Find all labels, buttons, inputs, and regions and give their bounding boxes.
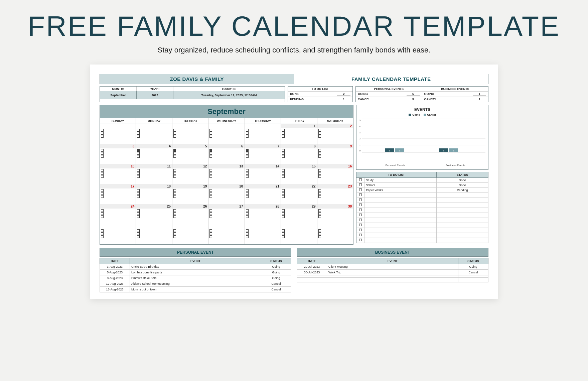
checkbox-icon[interactable] — [246, 195, 249, 198]
checkbox-icon[interactable] — [137, 215, 140, 218]
checkbox-icon[interactable] — [173, 149, 176, 152]
checkbox-icon[interactable] — [101, 175, 104, 178]
calendar-day[interactable]: 22 — [281, 184, 317, 204]
checkbox-icon[interactable] — [282, 232, 285, 235]
checkbox-icon[interactable] — [359, 209, 362, 211]
checkbox-icon[interactable] — [282, 209, 285, 212]
calendar-day[interactable]: 17 — [100, 184, 136, 204]
checkbox-icon[interactable] — [246, 172, 249, 175]
checkbox-icon[interactable] — [101, 169, 104, 172]
checkbox-icon[interactable] — [137, 172, 140, 175]
calendar-day[interactable] — [172, 224, 208, 244]
checkbox-icon[interactable] — [209, 155, 212, 158]
checkbox-icon[interactable] — [209, 149, 212, 152]
checkbox-icon[interactable] — [137, 169, 140, 172]
calendar-day[interactable] — [136, 124, 172, 144]
checkbox-icon[interactable] — [209, 175, 212, 178]
calendar-day[interactable] — [100, 224, 136, 244]
checkbox-icon[interactable] — [318, 189, 321, 192]
checkbox-icon[interactable] — [137, 235, 140, 238]
checkbox-icon[interactable] — [209, 129, 212, 132]
checkbox-icon[interactable] — [359, 178, 362, 181]
checkbox-icon[interactable] — [137, 135, 140, 138]
checkbox-icon[interactable] — [359, 214, 362, 216]
checkbox-icon[interactable] — [246, 212, 249, 215]
checkbox-icon[interactable] — [282, 195, 285, 198]
checkbox-icon[interactable] — [282, 192, 285, 195]
checkbox-icon[interactable] — [137, 175, 140, 178]
checkbox-icon[interactable] — [173, 172, 176, 175]
checkbox-icon[interactable] — [173, 215, 176, 218]
checkbox-icon[interactable] — [173, 169, 176, 172]
checkbox-icon[interactable] — [282, 235, 285, 238]
checkbox-icon[interactable] — [101, 212, 104, 215]
checkbox-icon[interactable] — [318, 152, 321, 155]
checkbox-icon[interactable] — [173, 152, 176, 155]
checkbox-icon[interactable] — [173, 209, 176, 212]
checkbox-icon[interactable] — [137, 232, 140, 235]
checkbox-icon[interactable] — [359, 204, 362, 206]
checkbox-icon[interactable] — [282, 129, 285, 132]
checkbox-icon[interactable] — [209, 152, 212, 155]
checkbox-icon[interactable] — [209, 132, 212, 135]
checkbox-icon[interactable] — [246, 229, 249, 232]
calendar-day[interactable] — [317, 224, 353, 244]
checkbox-icon[interactable] — [209, 189, 212, 192]
checkbox-icon[interactable] — [282, 155, 285, 158]
checkbox-icon[interactable] — [246, 192, 249, 195]
checkbox-icon[interactable] — [282, 212, 285, 215]
checkbox-icon[interactable] — [137, 132, 140, 135]
checkbox-icon[interactable] — [318, 175, 321, 178]
checkbox-icon[interactable] — [318, 192, 321, 195]
checkbox-icon[interactable] — [209, 229, 212, 232]
checkbox-icon[interactable] — [282, 189, 285, 192]
checkbox-icon[interactable] — [282, 175, 285, 178]
checkbox-icon[interactable] — [173, 212, 176, 215]
calendar-day[interactable] — [245, 124, 281, 144]
calendar-day[interactable]: 23 — [317, 184, 353, 204]
calendar-day[interactable] — [172, 124, 208, 144]
calendar-day[interactable]: 14 — [245, 164, 281, 184]
checkbox-icon[interactable] — [173, 229, 176, 232]
checkbox-icon[interactable] — [173, 189, 176, 192]
checkbox-icon[interactable] — [318, 235, 321, 238]
checkbox-icon[interactable] — [246, 155, 249, 158]
checkbox-icon[interactable] — [137, 229, 140, 232]
checkbox-icon[interactable] — [137, 195, 140, 198]
calendar-day[interactable]: 6 — [208, 144, 245, 164]
checkbox-icon[interactable] — [282, 149, 285, 152]
calendar-day[interactable] — [208, 124, 245, 144]
checkbox-icon[interactable] — [101, 235, 104, 238]
checkbox-icon[interactable] — [318, 132, 321, 135]
checkbox-icon[interactable] — [209, 135, 212, 138]
checkbox-icon[interactable] — [173, 135, 176, 138]
calendar-day[interactable]: 4 — [136, 144, 172, 164]
checkbox-icon[interactable] — [137, 189, 140, 192]
checkbox-icon[interactable] — [101, 155, 104, 158]
checkbox-icon[interactable] — [246, 209, 249, 212]
calendar-day[interactable]: 8 — [281, 144, 317, 164]
checkbox-icon[interactable] — [173, 195, 176, 198]
calendar-day[interactable]: 3 — [100, 144, 136, 164]
checkbox-icon[interactable] — [173, 175, 176, 178]
checkbox-icon[interactable] — [209, 195, 212, 198]
calendar-day[interactable]: 10 — [100, 164, 136, 184]
checkbox-icon[interactable] — [137, 152, 140, 155]
checkbox-icon[interactable] — [318, 169, 321, 172]
calendar-day[interactable]: 25 — [136, 204, 172, 224]
checkbox-icon[interactable] — [318, 215, 321, 218]
checkbox-icon[interactable] — [101, 172, 104, 175]
checkbox-icon[interactable] — [246, 189, 249, 192]
checkbox-icon[interactable] — [209, 169, 212, 172]
checkbox-icon[interactable] — [209, 235, 212, 238]
calendar-day[interactable] — [100, 124, 136, 144]
checkbox-icon[interactable] — [359, 183, 362, 186]
checkbox-icon[interactable] — [209, 232, 212, 235]
checkbox-icon[interactable] — [137, 155, 140, 158]
calendar-day[interactable] — [136, 224, 172, 244]
checkbox-icon[interactable] — [282, 135, 285, 138]
checkbox-icon[interactable] — [209, 209, 212, 212]
checkbox-icon[interactable] — [359, 199, 362, 201]
calendar-day[interactable]: 11 — [136, 164, 172, 184]
checkbox-icon[interactable] — [209, 215, 212, 218]
